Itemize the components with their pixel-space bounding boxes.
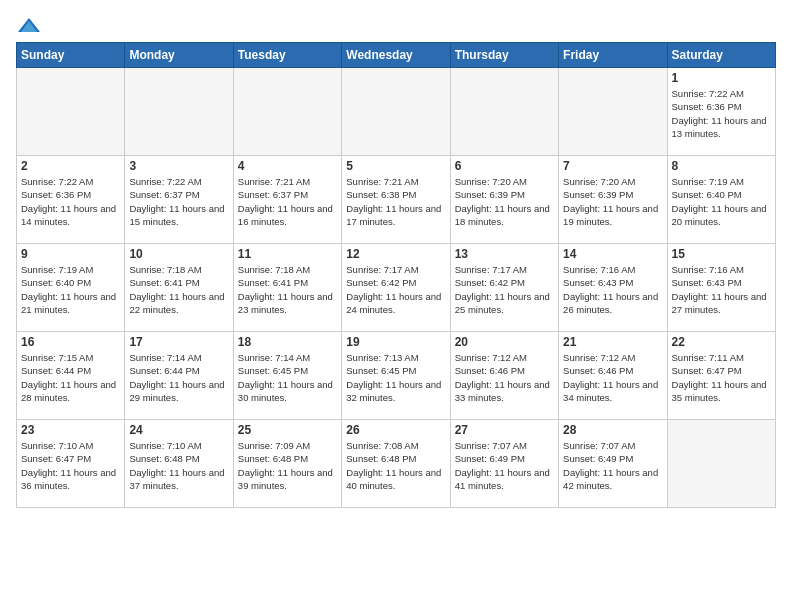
day-number: 15 — [672, 247, 771, 261]
calendar-cell: 12Sunrise: 7:17 AMSunset: 6:42 PMDayligh… — [342, 244, 450, 332]
day-info: Sunrise: 7:20 AMSunset: 6:39 PMDaylight:… — [563, 175, 662, 228]
calendar-cell — [233, 68, 341, 156]
day-info: Sunrise: 7:21 AMSunset: 6:37 PMDaylight:… — [238, 175, 337, 228]
page-header — [16, 16, 776, 34]
day-info: Sunrise: 7:22 AMSunset: 6:36 PMDaylight:… — [21, 175, 120, 228]
calendar-cell: 23Sunrise: 7:10 AMSunset: 6:47 PMDayligh… — [17, 420, 125, 508]
day-number: 4 — [238, 159, 337, 173]
calendar-cell: 10Sunrise: 7:18 AMSunset: 6:41 PMDayligh… — [125, 244, 233, 332]
calendar-week-row: 16Sunrise: 7:15 AMSunset: 6:44 PMDayligh… — [17, 332, 776, 420]
day-number: 1 — [672, 71, 771, 85]
calendar-cell — [342, 68, 450, 156]
calendar-cell: 11Sunrise: 7:18 AMSunset: 6:41 PMDayligh… — [233, 244, 341, 332]
calendar-cell: 25Sunrise: 7:09 AMSunset: 6:48 PMDayligh… — [233, 420, 341, 508]
calendar-cell: 16Sunrise: 7:15 AMSunset: 6:44 PMDayligh… — [17, 332, 125, 420]
day-info: Sunrise: 7:14 AMSunset: 6:45 PMDaylight:… — [238, 351, 337, 404]
calendar-cell — [559, 68, 667, 156]
day-info: Sunrise: 7:16 AMSunset: 6:43 PMDaylight:… — [672, 263, 771, 316]
weekday-header-monday: Monday — [125, 43, 233, 68]
calendar-cell: 26Sunrise: 7:08 AMSunset: 6:48 PMDayligh… — [342, 420, 450, 508]
day-info: Sunrise: 7:17 AMSunset: 6:42 PMDaylight:… — [455, 263, 554, 316]
day-number: 20 — [455, 335, 554, 349]
calendar-cell: 1Sunrise: 7:22 AMSunset: 6:36 PMDaylight… — [667, 68, 775, 156]
calendar-week-row: 9Sunrise: 7:19 AMSunset: 6:40 PMDaylight… — [17, 244, 776, 332]
day-number: 3 — [129, 159, 228, 173]
day-number: 24 — [129, 423, 228, 437]
day-info: Sunrise: 7:12 AMSunset: 6:46 PMDaylight:… — [455, 351, 554, 404]
day-info: Sunrise: 7:11 AMSunset: 6:47 PMDaylight:… — [672, 351, 771, 404]
day-number: 27 — [455, 423, 554, 437]
calendar-cell — [125, 68, 233, 156]
calendar-cell: 19Sunrise: 7:13 AMSunset: 6:45 PMDayligh… — [342, 332, 450, 420]
day-number: 9 — [21, 247, 120, 261]
day-number: 21 — [563, 335, 662, 349]
day-info: Sunrise: 7:19 AMSunset: 6:40 PMDaylight:… — [672, 175, 771, 228]
day-info: Sunrise: 7:07 AMSunset: 6:49 PMDaylight:… — [563, 439, 662, 492]
day-info: Sunrise: 7:19 AMSunset: 6:40 PMDaylight:… — [21, 263, 120, 316]
calendar-cell — [667, 420, 775, 508]
calendar-cell: 21Sunrise: 7:12 AMSunset: 6:46 PMDayligh… — [559, 332, 667, 420]
weekday-header-wednesday: Wednesday — [342, 43, 450, 68]
weekday-header-saturday: Saturday — [667, 43, 775, 68]
day-info: Sunrise: 7:08 AMSunset: 6:48 PMDaylight:… — [346, 439, 445, 492]
day-number: 17 — [129, 335, 228, 349]
calendar-cell: 9Sunrise: 7:19 AMSunset: 6:40 PMDaylight… — [17, 244, 125, 332]
logo-icon — [18, 16, 40, 34]
day-info: Sunrise: 7:15 AMSunset: 6:44 PMDaylight:… — [21, 351, 120, 404]
day-info: Sunrise: 7:21 AMSunset: 6:38 PMDaylight:… — [346, 175, 445, 228]
day-number: 28 — [563, 423, 662, 437]
weekday-header-tuesday: Tuesday — [233, 43, 341, 68]
day-number: 13 — [455, 247, 554, 261]
calendar-cell: 4Sunrise: 7:21 AMSunset: 6:37 PMDaylight… — [233, 156, 341, 244]
calendar-cell: 5Sunrise: 7:21 AMSunset: 6:38 PMDaylight… — [342, 156, 450, 244]
calendar-cell: 18Sunrise: 7:14 AMSunset: 6:45 PMDayligh… — [233, 332, 341, 420]
day-number: 19 — [346, 335, 445, 349]
day-info: Sunrise: 7:09 AMSunset: 6:48 PMDaylight:… — [238, 439, 337, 492]
calendar-cell: 28Sunrise: 7:07 AMSunset: 6:49 PMDayligh… — [559, 420, 667, 508]
day-number: 16 — [21, 335, 120, 349]
day-number: 14 — [563, 247, 662, 261]
calendar-week-row: 1Sunrise: 7:22 AMSunset: 6:36 PMDaylight… — [17, 68, 776, 156]
day-number: 2 — [21, 159, 120, 173]
calendar-cell: 6Sunrise: 7:20 AMSunset: 6:39 PMDaylight… — [450, 156, 558, 244]
calendar-cell: 17Sunrise: 7:14 AMSunset: 6:44 PMDayligh… — [125, 332, 233, 420]
day-number: 10 — [129, 247, 228, 261]
calendar-cell: 22Sunrise: 7:11 AMSunset: 6:47 PMDayligh… — [667, 332, 775, 420]
weekday-header-thursday: Thursday — [450, 43, 558, 68]
calendar-cell: 2Sunrise: 7:22 AMSunset: 6:36 PMDaylight… — [17, 156, 125, 244]
day-number: 11 — [238, 247, 337, 261]
calendar-cell — [450, 68, 558, 156]
weekday-header-sunday: Sunday — [17, 43, 125, 68]
calendar-cell: 15Sunrise: 7:16 AMSunset: 6:43 PMDayligh… — [667, 244, 775, 332]
day-info: Sunrise: 7:10 AMSunset: 6:47 PMDaylight:… — [21, 439, 120, 492]
calendar-cell: 7Sunrise: 7:20 AMSunset: 6:39 PMDaylight… — [559, 156, 667, 244]
day-number: 8 — [672, 159, 771, 173]
weekday-header-friday: Friday — [559, 43, 667, 68]
logo — [16, 16, 40, 34]
day-number: 6 — [455, 159, 554, 173]
calendar-cell: 14Sunrise: 7:16 AMSunset: 6:43 PMDayligh… — [559, 244, 667, 332]
day-info: Sunrise: 7:18 AMSunset: 6:41 PMDaylight:… — [238, 263, 337, 316]
calendar-table: SundayMondayTuesdayWednesdayThursdayFrid… — [16, 42, 776, 508]
calendar-cell: 24Sunrise: 7:10 AMSunset: 6:48 PMDayligh… — [125, 420, 233, 508]
calendar-cell: 3Sunrise: 7:22 AMSunset: 6:37 PMDaylight… — [125, 156, 233, 244]
day-number: 26 — [346, 423, 445, 437]
day-info: Sunrise: 7:18 AMSunset: 6:41 PMDaylight:… — [129, 263, 228, 316]
day-number: 23 — [21, 423, 120, 437]
day-info: Sunrise: 7:20 AMSunset: 6:39 PMDaylight:… — [455, 175, 554, 228]
calendar-cell — [17, 68, 125, 156]
calendar-cell: 13Sunrise: 7:17 AMSunset: 6:42 PMDayligh… — [450, 244, 558, 332]
day-info: Sunrise: 7:22 AMSunset: 6:37 PMDaylight:… — [129, 175, 228, 228]
day-info: Sunrise: 7:10 AMSunset: 6:48 PMDaylight:… — [129, 439, 228, 492]
day-info: Sunrise: 7:16 AMSunset: 6:43 PMDaylight:… — [563, 263, 662, 316]
calendar-week-row: 23Sunrise: 7:10 AMSunset: 6:47 PMDayligh… — [17, 420, 776, 508]
day-info: Sunrise: 7:12 AMSunset: 6:46 PMDaylight:… — [563, 351, 662, 404]
day-info: Sunrise: 7:07 AMSunset: 6:49 PMDaylight:… — [455, 439, 554, 492]
calendar-week-row: 2Sunrise: 7:22 AMSunset: 6:36 PMDaylight… — [17, 156, 776, 244]
calendar-cell: 8Sunrise: 7:19 AMSunset: 6:40 PMDaylight… — [667, 156, 775, 244]
calendar-cell: 27Sunrise: 7:07 AMSunset: 6:49 PMDayligh… — [450, 420, 558, 508]
weekday-header-row: SundayMondayTuesdayWednesdayThursdayFrid… — [17, 43, 776, 68]
day-number: 7 — [563, 159, 662, 173]
day-number: 22 — [672, 335, 771, 349]
day-info: Sunrise: 7:13 AMSunset: 6:45 PMDaylight:… — [346, 351, 445, 404]
